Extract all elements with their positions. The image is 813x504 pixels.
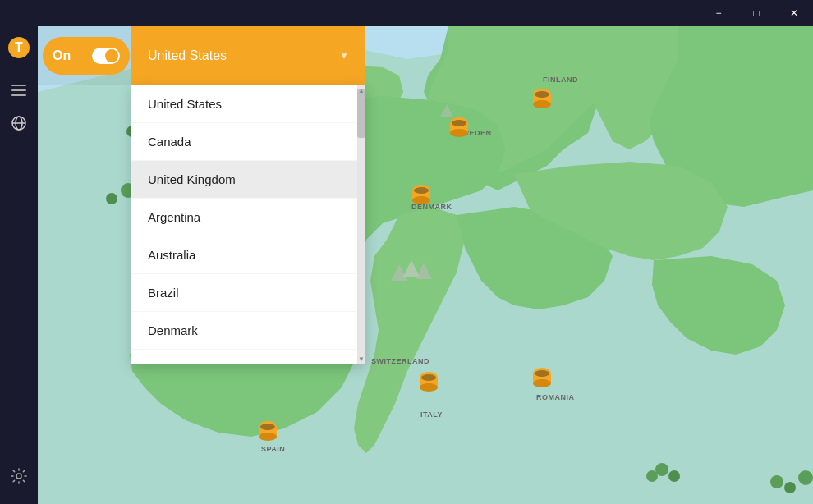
close-button[interactable]: ✕ [775,0,813,26]
dropdown-item-canada[interactable]: Canada [131,123,365,161]
dropdown-item-denmark[interactable]: Denmark [131,312,365,350]
titlebar: − □ ✕ [0,0,813,26]
dropdown-item-argentina[interactable]: Argentina [131,199,365,236]
svg-point-17 [668,470,680,482]
svg-rect-4 [11,94,26,96]
italy-pin [416,369,442,396]
svg-point-20 [784,482,796,493]
country-dropdown-wrapper: United States ▼ United StatesCanadaUnite… [131,26,365,364]
svg-point-46 [535,370,549,377]
dropdown-scroll-container: United StatesCanadaUnited KingdomArgenti… [131,85,365,364]
svg-point-33 [450,129,468,137]
spain-pin [255,419,281,445]
sweden-pin [446,115,472,141]
app-logo: T [4,33,34,62]
sidebar: T [0,26,38,504]
svg-point-19 [770,475,783,488]
svg-point-18 [646,470,658,482]
toggle-label: On [53,48,71,63]
sidebar-bottom [4,461,34,494]
dropdown-arrow-icon: ▼ [339,50,349,62]
svg-point-30 [535,91,549,98]
toggle-switch [92,48,120,64]
scroll-up-arrow-icon: ▲ [358,87,365,94]
scrollbar-track[interactable]: ▲ ▼ [357,85,365,364]
svg-point-42 [421,374,436,381]
denmark-pin [408,182,434,208]
svg-point-41 [420,383,438,392]
finland-pin [529,86,555,112]
vpn-toggle[interactable]: On [43,37,130,75]
svg-rect-3 [11,89,26,91]
toggle-area: On [38,26,136,85]
romania-pin [529,365,555,392]
toggle-knob [105,49,118,62]
minimize-button[interactable]: − [700,0,737,26]
window-controls: − □ ✕ [700,0,813,26]
svg-text:T: T [15,40,23,54]
dropdown-selected-text: United States [148,48,227,63]
svg-point-26 [106,193,117,204]
scrollbar-thumb[interactable] [357,89,365,138]
dropdown-item-brazil[interactable]: Brazil [131,274,365,312]
dropdown-item-united-kingdom[interactable]: United Kingdom [131,161,365,199]
svg-point-45 [533,379,551,387]
dropdown-item-united-states[interactable]: United States [131,85,365,123]
dropdown-item-finland[interactable]: Finland [131,350,365,364]
svg-point-50 [260,424,275,430]
svg-point-21 [798,470,813,485]
svg-point-8 [16,474,21,479]
svg-point-34 [452,120,466,126]
svg-point-38 [414,187,429,194]
settings-icon[interactable] [4,461,34,491]
svg-point-29 [533,100,551,108]
svg-point-49 [259,433,277,441]
dropdown-selected[interactable]: United States ▼ [131,26,365,85]
svg-point-37 [412,196,430,204]
maximize-button[interactable]: □ [737,0,775,26]
dropdown-list: United StatesCanadaUnited KingdomArgenti… [131,85,365,364]
dropdown-item-australia[interactable]: Australia [131,236,365,274]
svg-rect-2 [11,85,26,86]
scroll-down-arrow-icon: ▼ [358,355,365,363]
globe-icon[interactable] [4,108,34,138]
hamburger-icon[interactable] [4,76,34,105]
